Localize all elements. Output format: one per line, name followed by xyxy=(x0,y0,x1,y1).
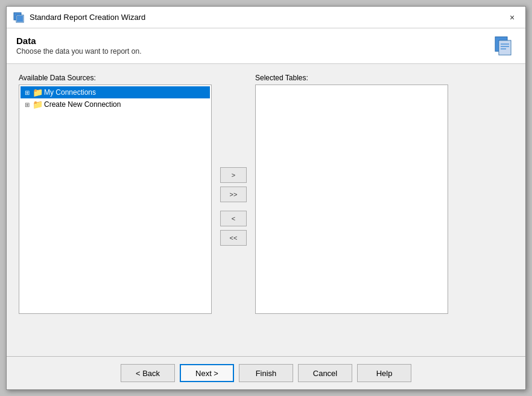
remove-all-button[interactable]: << xyxy=(220,230,247,246)
title-bar-left: Standard Report Creation Wizard xyxy=(13,11,145,24)
expand-icon: ⊞ xyxy=(23,101,31,108)
folder-icon: 📁 xyxy=(33,100,43,109)
available-sources-label: Available Data Sources: xyxy=(19,74,212,82)
add-one-button[interactable]: > xyxy=(220,167,247,183)
selected-tables-list[interactable] xyxy=(255,85,448,314)
window-title: Standard Report Creation Wizard xyxy=(30,13,145,22)
item-label: My Connections xyxy=(44,88,96,97)
list-item[interactable]: ⊞ 📁 My Connections xyxy=(21,86,210,98)
back-button[interactable]: < Back xyxy=(121,364,175,382)
header-report-icon xyxy=(494,36,516,57)
wizard-window: Standard Report Creation Wizard × Data C… xyxy=(6,6,526,390)
transfer-buttons: > >> < << xyxy=(212,92,255,321)
remove-one-button[interactable]: < xyxy=(220,211,247,226)
content-area: Available Data Sources: ⊞ 📁 My Connectio… xyxy=(7,64,525,356)
header-text: Data Choose the data you want to report … xyxy=(16,36,141,56)
svg-rect-5 xyxy=(499,41,510,54)
selected-tables-label: Selected Tables: xyxy=(255,74,448,82)
next-button[interactable]: Next > xyxy=(180,364,234,382)
selected-tables-panel: Selected Tables: xyxy=(255,74,448,314)
panels-row: Available Data Sources: ⊞ 📁 My Connectio… xyxy=(19,74,513,346)
expand-icon: ⊞ xyxy=(23,89,31,96)
add-all-button[interactable]: >> xyxy=(220,187,247,202)
list-item[interactable]: ⊞ 📁 Create New Connection xyxy=(21,98,210,110)
footer: < Back Next > Finish Cancel Help xyxy=(7,356,525,389)
header-subtitle: Choose the data you want to report on. xyxy=(16,47,141,56)
header-section: Data Choose the data you want to report … xyxy=(7,28,525,64)
available-sources-list[interactable]: ⊞ 📁 My Connections ⊞ 📁 Create New Connec… xyxy=(19,85,212,314)
svg-rect-2 xyxy=(17,16,23,22)
cancel-button[interactable]: Cancel xyxy=(298,364,352,382)
available-sources-panel: Available Data Sources: ⊞ 📁 My Connectio… xyxy=(19,74,212,314)
wizard-title-icon xyxy=(13,11,25,24)
item-label: Create New Connection xyxy=(44,100,121,109)
folder-icon: 📁 xyxy=(33,88,43,97)
help-button[interactable]: Help xyxy=(357,364,411,382)
header-title: Data xyxy=(16,36,141,46)
finish-button[interactable]: Finish xyxy=(239,364,293,382)
close-button[interactable]: × xyxy=(505,10,519,25)
title-bar: Standard Report Creation Wizard × xyxy=(7,7,525,28)
